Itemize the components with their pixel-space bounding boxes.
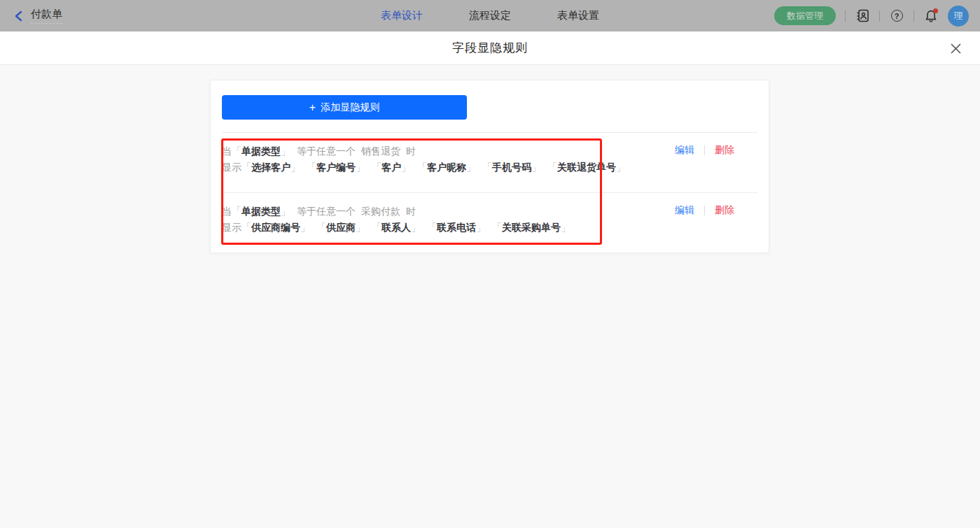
- field-label: 联系人: [382, 222, 411, 233]
- bracket-open: 「: [547, 162, 557, 173]
- bracket-open: 「: [241, 222, 251, 233]
- shown-field: 「手机号码」: [482, 162, 541, 173]
- app-header: 付款单 表单设计 流程设定 表单设置 数据管理 ?: [0, 0, 980, 31]
- bracket-open: 「: [482, 162, 492, 173]
- field-label: 手机号码: [492, 162, 531, 173]
- field-label: 客户: [382, 162, 401, 173]
- rule-row: 当「单据类型」等于任意一个销售退货时显示「选择客户」「客户编号」「客户」「客户昵…: [222, 133, 757, 192]
- condition-operator: 等于任意一个: [297, 206, 356, 217]
- contacts-book-icon[interactable]: [855, 8, 870, 24]
- condition-value: 采购付款: [361, 206, 400, 217]
- bracket-close: 」: [466, 162, 476, 173]
- rule-actions: 编辑删除: [675, 144, 734, 157]
- field-label: 单据类型: [241, 206, 281, 217]
- condition-operator: 等于任意一个: [297, 145, 356, 157]
- condition-prefix: 当: [222, 145, 232, 157]
- condition-field: 「单据类型」: [232, 206, 290, 217]
- contacts-book-glyph: [855, 8, 870, 23]
- add-rule-label: 添加显隐规则: [321, 101, 379, 114]
- shown-field: 「供应商编号」: [241, 222, 310, 233]
- bracket-open: 「: [307, 162, 316, 173]
- field-label: 单据类型: [241, 145, 281, 157]
- tab-form-design[interactable]: 表单设计: [381, 9, 423, 22]
- field-label: 联系电话: [437, 222, 476, 233]
- edit-rule-link[interactable]: 编辑: [675, 144, 694, 157]
- bracket-close: 」: [401, 162, 411, 173]
- tab-process-settings[interactable]: 流程设定: [469, 9, 511, 22]
- modal-title: 字段显隐规则: [452, 40, 528, 56]
- form-title[interactable]: 付款单: [31, 8, 62, 24]
- tab-form-settings[interactable]: 表单设置: [557, 9, 599, 22]
- help-icon[interactable]: ?: [889, 8, 904, 24]
- user-avatar[interactable]: 理: [948, 6, 969, 27]
- bracket-open: 「: [316, 222, 326, 233]
- rule-show-line: 显示「供应商编号」「供应商」「联系人」「联系电话」「关联采购单号」: [222, 220, 575, 236]
- shown-field: 「关联退货单号」: [547, 162, 626, 173]
- bracket-close: 」: [281, 145, 290, 157]
- bracket-close: 」: [561, 222, 570, 233]
- bracket-open: 「: [427, 222, 437, 233]
- bracket-open: 「: [372, 162, 382, 173]
- condition-suffix: 时: [406, 145, 416, 157]
- shown-field: 「选择客户」: [241, 162, 300, 173]
- help-glyph: ?: [891, 10, 903, 22]
- condition-suffix: 时: [406, 206, 416, 217]
- rules-card: + 添加显隐规则 当「单据类型」等于任意一个销售退货时显示「选择客户」「客户编号…: [210, 80, 769, 253]
- divider: [704, 206, 705, 215]
- close-icon[interactable]: [948, 41, 963, 56]
- bracket-open: 「: [232, 145, 241, 157]
- rule-actions: 编辑删除: [675, 204, 734, 217]
- bracket-open: 「: [241, 162, 251, 173]
- bracket-close: 」: [476, 222, 486, 233]
- shown-field: 「关联采购单号」: [492, 222, 570, 233]
- condition-field: 「单据类型」: [232, 145, 290, 157]
- rule-condition-line: 当「单据类型」等于任意一个销售退货时: [222, 143, 575, 159]
- modal-titlebar: 字段显隐规则: [0, 31, 980, 65]
- plus-icon: +: [309, 102, 316, 113]
- field-label: 供应商: [326, 222, 356, 233]
- modal-body: + 添加显隐规则 当「单据类型」等于任意一个销售退货时显示「选择客户」「客户编号…: [0, 65, 980, 528]
- chevron-left-icon: [14, 10, 24, 22]
- rules-list: 当「单据类型」等于任意一个销售退货时显示「选择客户」「客户编号」「客户」「客户昵…: [222, 133, 757, 252]
- shown-field: 「客户编号」: [307, 162, 365, 173]
- divider: [845, 10, 846, 22]
- rule-row: 当「单据类型」等于任意一个采购付款时显示「供应商编号」「供应商」「联系人」「联系…: [222, 192, 757, 252]
- back-button[interactable]: [14, 10, 24, 22]
- shown-field: 「客户」: [372, 162, 411, 173]
- shown-field: 「供应商」: [316, 222, 365, 233]
- field-label: 关联采购单号: [502, 222, 561, 233]
- bracket-open: 「: [417, 162, 427, 173]
- field-label: 客户昵称: [427, 162, 466, 173]
- bracket-close: 」: [531, 162, 541, 173]
- header-tabs: 表单设计 流程设定 表单设置: [381, 0, 599, 31]
- bracket-close: 」: [356, 162, 365, 173]
- header-right: 数据管理 ?: [774, 0, 969, 31]
- header-left: 付款单: [0, 8, 294, 24]
- bracket-open: 「: [372, 222, 382, 233]
- field-label: 选择客户: [251, 162, 290, 173]
- divider: [879, 10, 880, 22]
- delete-rule-link[interactable]: 删除: [715, 204, 734, 217]
- data-manage-button[interactable]: 数据管理: [774, 6, 836, 25]
- bracket-close: 」: [290, 162, 300, 173]
- show-label: 显示: [222, 222, 241, 233]
- field-label: 关联退货单号: [557, 162, 616, 173]
- screen: 付款单 表单设计 流程设定 表单设置 数据管理 ?: [0, 0, 980, 528]
- bracket-open: 「: [492, 222, 502, 233]
- divider: [913, 10, 914, 22]
- shown-field: 「联系电话」: [427, 222, 486, 233]
- field-label: 客户编号: [316, 162, 356, 173]
- divider: [704, 145, 705, 155]
- delete-rule-link[interactable]: 删除: [715, 144, 734, 157]
- rule-condition-line: 当「单据类型」等于任意一个采购付款时: [222, 204, 575, 220]
- add-rule-button[interactable]: + 添加显隐规则: [222, 95, 467, 120]
- bracket-close: 」: [411, 222, 421, 233]
- bracket-open: 「: [232, 206, 241, 217]
- condition-prefix: 当: [222, 206, 232, 217]
- edit-rule-link[interactable]: 编辑: [675, 204, 694, 217]
- field-label: 供应商编号: [251, 222, 300, 233]
- notification-bell-icon[interactable]: [923, 8, 939, 24]
- show-label: 显示: [222, 162, 241, 173]
- rule-show-line: 显示「选择客户」「客户编号」「客户」「客户昵称」「手机号码」「关联退货单号」: [222, 159, 575, 176]
- bracket-close: 」: [616, 162, 626, 173]
